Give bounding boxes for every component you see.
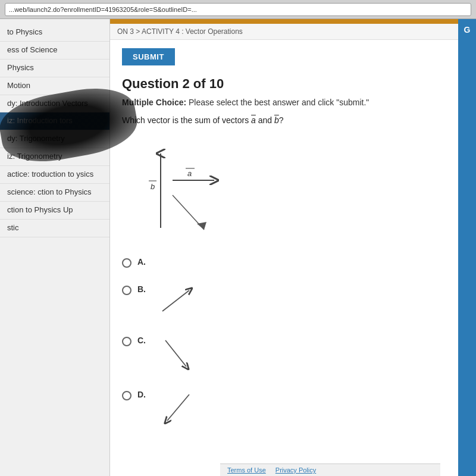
submit-area: SUBMIT (110, 40, 458, 70)
terms-of-use-link[interactable]: Terms of Use (227, 466, 266, 474)
radio-d[interactable] (122, 391, 131, 400)
main-diagram-svg: b a (128, 136, 247, 243)
sidebar-item-dy-trig[interactable]: dy: Trigonometry (0, 130, 109, 148)
answer-choice-b: B. (122, 284, 446, 319)
content-area: ON 3 > ACTIVITY 4 : Vector Operations SU… (110, 19, 458, 476)
radio-b[interactable] (122, 286, 131, 295)
svg-text:b: b (151, 182, 155, 191)
choice-label-a: A. (137, 257, 149, 267)
choice-label-b: B. (137, 284, 149, 294)
svg-line-9 (165, 340, 186, 367)
svg-text:a: a (187, 169, 192, 178)
question-title: Question 2 of 10 (122, 76, 446, 92)
answer-choice-a: A. (122, 257, 446, 268)
terms-bar: Terms of Use Privacy Policy (220, 464, 440, 476)
sidebar-item-iz-trig[interactable]: iz: Trigonometry (0, 148, 109, 166)
answer-choice-c: C. (122, 336, 446, 373)
right-panel-letter: G (464, 25, 471, 35)
sidebar-item-physics[interactable]: Physics (0, 60, 109, 77)
sidebar-item-action-up[interactable]: ction to Physics Up (0, 202, 109, 220)
breadcrumb: ON 3 > ACTIVITY 4 : Vector Operations (110, 24, 458, 40)
sidebar-item-intro-to-physics[interactable]: to Physics (0, 24, 109, 42)
radio-c[interactable] (122, 337, 131, 346)
choice-diagram-d (156, 390, 204, 427)
top-orange-bar (110, 19, 458, 24)
browser-chrome: ...web/launch2.do?enrollmentID=41963205&… (0, 0, 476, 19)
choice-diagram-b (156, 284, 204, 319)
address-bar: ...web/launch2.do?enrollmentID=41963205&… (5, 3, 471, 16)
svg-line-10 (167, 394, 189, 421)
sidebar: to Physics ess of Science Physics Motion… (0, 19, 110, 476)
sidebar-item-iz-intro-vectors[interactable]: iz: Introduction tors (0, 112, 109, 130)
sidebar-item-science-intro[interactable]: science: ction to Physics (0, 184, 109, 202)
question-area: Question 2 of 10 Multiple Choice: Please… (110, 70, 458, 456)
svg-line-8 (162, 290, 189, 311)
question-text: Which vector is the sum of vectors a and… (122, 115, 446, 125)
question-instruction: Multiple Choice: Please select the best … (122, 98, 446, 107)
radio-a[interactable] (122, 258, 131, 268)
sidebar-item-stic[interactable]: stic (0, 220, 109, 237)
submit-button[interactable]: SUBMIT (122, 48, 175, 65)
right-panel: G (458, 19, 476, 476)
sidebar-item-dy-intro-vectors[interactable]: dy: Introduction Vectors (0, 95, 109, 113)
sidebar-item-practice-intro[interactable]: actice: troduction to ysics (0, 166, 109, 184)
choice-label-d: D. (137, 390, 149, 399)
main-vector-diagram: b a (128, 136, 446, 245)
choice-diagram-c (156, 336, 204, 373)
sidebar-item-ess-of-science[interactable]: ess of Science (0, 42, 109, 60)
choice-label-c: C. (137, 336, 149, 345)
privacy-policy-link[interactable]: Privacy Policy (275, 466, 316, 474)
sidebar-item-motion[interactable]: Motion (0, 77, 109, 95)
answer-choice-d: D. (122, 390, 446, 427)
